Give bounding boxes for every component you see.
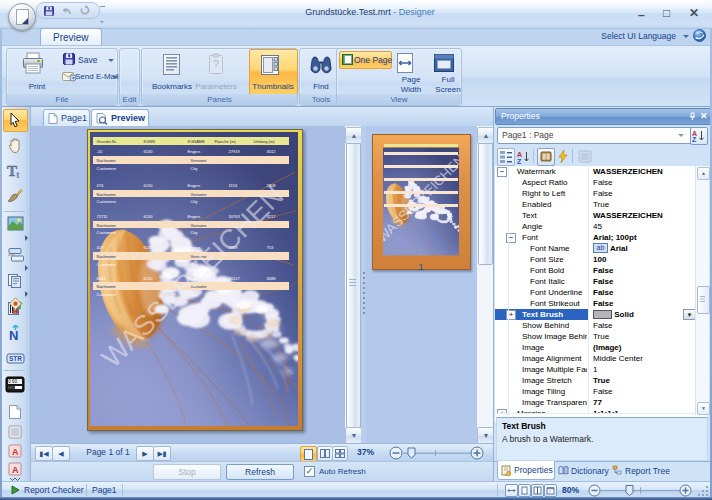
svg-text:t: t (16, 168, 20, 180)
svg-text:A: A (12, 465, 19, 475)
svg-text:?: ? (213, 58, 219, 70)
svg-text:0 60: 0 60 (8, 379, 17, 384)
svg-text:Z: Z (692, 136, 697, 143)
svg-text:A: A (12, 447, 19, 457)
svg-text:A: A (517, 151, 522, 158)
svg-text:STR: STR (9, 355, 22, 362)
svg-text:Z: Z (517, 158, 522, 165)
svg-text:N: N (9, 328, 18, 341)
